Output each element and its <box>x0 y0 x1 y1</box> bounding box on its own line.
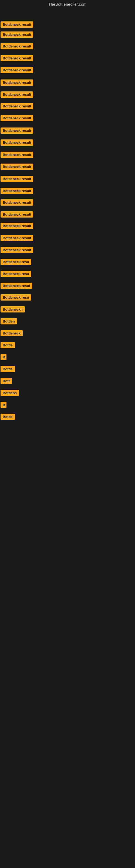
bottleneck-badge-21[interactable]: Bottleneck resu <box>1 259 31 265</box>
bottleneck-badge-15[interactable]: Bottleneck result <box>1 188 33 194</box>
bottleneck-badge-14[interactable]: Bottleneck result <box>1 176 33 182</box>
bottleneck-badge-1[interactable]: Bottleneck result <box>1 22 33 28</box>
badge-row-28: Bottle <box>1 341 15 349</box>
bottleneck-badge-3[interactable]: Bottleneck result <box>1 43 33 50</box>
badge-row-34: Bottle <box>1 413 15 421</box>
badge-row-12: Bottleneck result <box>1 151 33 158</box>
badge-row-18: Bottleneck result <box>1 222 33 229</box>
bottleneck-badge-8[interactable]: Bottleneck result <box>1 103 33 109</box>
bottleneck-badge-11[interactable]: Bottleneck result <box>1 140 33 146</box>
badge-row-7: Bottleneck result <box>1 91 33 98</box>
bottleneck-badge-33[interactable]: B <box>1 402 6 408</box>
badge-row-32: Bottlens <box>1 389 19 397</box>
badge-row-16: Bottleneck result <box>1 198 33 206</box>
badge-row-1: Bottleneck result <box>1 21 33 28</box>
bottleneck-badge-4[interactable]: Bottleneck result <box>1 55 33 61</box>
bottleneck-badge-20[interactable]: Bottleneck result <box>1 247 33 253</box>
badge-row-29: B <box>1 353 6 361</box>
bottleneck-badge-19[interactable]: Bottleneck result <box>1 235 33 241</box>
badge-row-23: Bottleneck resul <box>1 282 32 289</box>
badge-row-15: Bottleneck result <box>1 187 33 194</box>
badge-row-11: Bottleneck result <box>1 138 33 146</box>
bottleneck-badge-13[interactable]: Bottleneck result <box>1 163 33 170</box>
bottleneck-badge-9[interactable]: Bottleneck result <box>1 115 33 121</box>
badge-row-24: Bottleneck resu <box>1 293 31 301</box>
badge-row-27: Bottleneck <box>1 329 23 337</box>
badge-row-10: Bottleneck result <box>1 127 33 134</box>
bottleneck-badge-18[interactable]: Bottleneck result <box>1 223 33 229</box>
bottleneck-badge-34[interactable]: Bottle <box>1 414 15 420</box>
bottleneck-badge-31[interactable]: Bott <box>1 378 12 384</box>
badge-row-4: Bottleneck result <box>1 54 33 62</box>
bottleneck-badge-10[interactable]: Bottleneck result <box>1 127 33 134</box>
badge-row-31: Bott <box>1 377 12 384</box>
bottleneck-badge-17[interactable]: Bottleneck result <box>1 211 33 218</box>
badge-row-19: Bottleneck result <box>1 234 33 242</box>
bottleneck-badge-23[interactable]: Bottleneck resul <box>1 283 32 289</box>
badge-row-20: Bottleneck result <box>1 246 33 254</box>
badge-row-25: Bottleneck r <box>1 305 25 313</box>
badge-row-17: Bottleneck result <box>1 211 33 218</box>
badges-container: Bottleneck resultBottleneck resultBottle… <box>0 8 135 429</box>
badge-row-14: Bottleneck result <box>1 175 33 183</box>
badge-row-6: Bottleneck result <box>1 79 33 86</box>
bottleneck-badge-7[interactable]: Bottleneck result <box>1 91 33 98</box>
bottleneck-badge-28[interactable]: Bottle <box>1 342 15 348</box>
badge-row-8: Bottleneck result <box>1 102 33 110</box>
bottleneck-badge-30[interactable]: Bottle <box>1 366 15 372</box>
bottleneck-badge-22[interactable]: Bottleneck resu <box>1 271 31 277</box>
bottleneck-badge-24[interactable]: Bottleneck resu <box>1 294 31 301</box>
site-title: TheBottlenecker.com <box>0 0 135 8</box>
badge-row-26: Bottlen <box>1 317 17 325</box>
badge-row-3: Bottleneck result <box>1 42 33 50</box>
badge-row-13: Bottleneck result <box>1 163 33 170</box>
bottleneck-badge-26[interactable]: Bottlen <box>1 318 17 324</box>
bottleneck-badge-27[interactable]: Bottleneck <box>1 330 23 336</box>
badge-row-5: Bottleneck result <box>1 66 33 74</box>
badge-row-30: Bottle <box>1 365 15 373</box>
bottleneck-badge-16[interactable]: Bottleneck result <box>1 199 33 206</box>
badge-row-2: Bottleneck result <box>1 31 33 38</box>
bottleneck-badge-32[interactable]: Bottlens <box>1 390 19 396</box>
bottleneck-badge-25[interactable]: Bottleneck r <box>1 306 25 312</box>
bottleneck-badge-29[interactable]: B <box>1 354 6 360</box>
badge-row-21: Bottleneck resu <box>1 258 31 266</box>
bottleneck-badge-12[interactable]: Bottleneck result <box>1 152 33 158</box>
page-wrapper: TheBottlenecker.com Bottleneck resultBot… <box>0 0 135 868</box>
badge-row-33: B <box>1 401 6 408</box>
bottleneck-badge-6[interactable]: Bottleneck result <box>1 80 33 86</box>
badge-row-9: Bottleneck result <box>1 114 33 122</box>
bottleneck-badge-2[interactable]: Bottleneck result <box>1 31 33 38</box>
bottleneck-badge-5[interactable]: Bottleneck result <box>1 67 33 73</box>
badge-row-22: Bottleneck resu <box>1 270 31 278</box>
